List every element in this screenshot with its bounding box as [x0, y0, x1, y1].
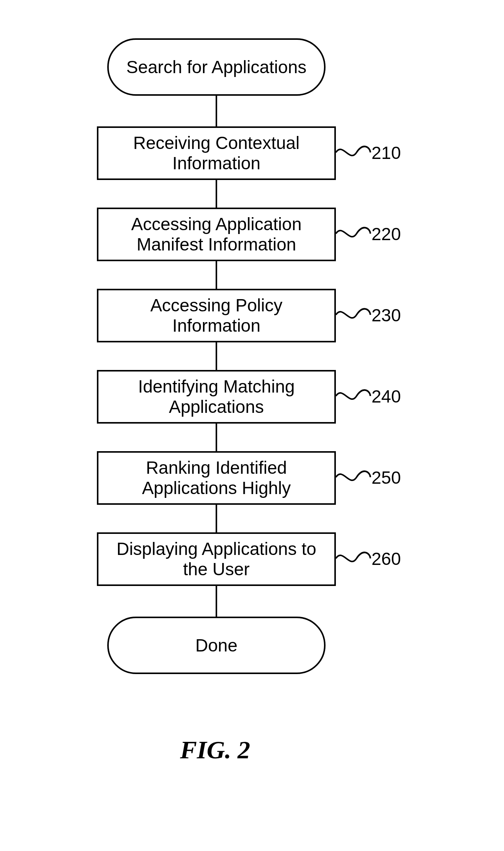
process-210: Receiving ContextualInformation [97, 126, 336, 180]
callout-squiggle [336, 470, 370, 485]
process-250-label: Ranking IdentifiedApplications Highly [142, 458, 291, 498]
connector [216, 180, 217, 208]
process-230: Accessing PolicyInformation [97, 289, 336, 342]
process-220-label: Accessing ApplicationManifest Informatio… [131, 214, 302, 255]
process-220: Accessing ApplicationManifest Informatio… [97, 208, 336, 261]
connector [216, 342, 217, 370]
connector [216, 586, 217, 617]
ref-240: 240 [371, 386, 401, 407]
process-260: Displaying Applications tothe User [97, 532, 336, 586]
callout-squiggle [336, 551, 370, 566]
flowchart-figure: Search for Applications Receiving Contex… [0, 0, 504, 851]
ref-230: 230 [371, 305, 401, 326]
connector [216, 505, 217, 532]
terminal-done-label: Done [195, 635, 237, 656]
process-260-label: Displaying Applications tothe User [116, 539, 316, 579]
connector [216, 424, 217, 451]
connector [216, 96, 217, 126]
callout-squiggle [336, 388, 370, 404]
ref-220: 220 [371, 224, 401, 244]
process-230-label: Accessing PolicyInformation [150, 295, 282, 336]
callout-squiggle [336, 145, 370, 160]
process-210-label: Receiving ContextualInformation [133, 133, 300, 173]
process-250: Ranking IdentifiedApplications Highly [97, 451, 336, 505]
callout-squiggle [336, 226, 370, 241]
process-240-label: Identifying MatchingApplications [138, 376, 295, 417]
ref-210: 210 [371, 142, 401, 163]
terminal-start-label: Search for Applications [126, 57, 307, 77]
ref-260: 260 [371, 548, 401, 569]
terminal-done: Done [107, 617, 326, 674]
process-240: Identifying MatchingApplications [97, 370, 336, 424]
callout-squiggle [336, 307, 370, 322]
figure-label: FIG. 2 [180, 735, 250, 764]
connector [216, 261, 217, 289]
terminal-start: Search for Applications [107, 38, 326, 96]
ref-250: 250 [371, 467, 401, 488]
